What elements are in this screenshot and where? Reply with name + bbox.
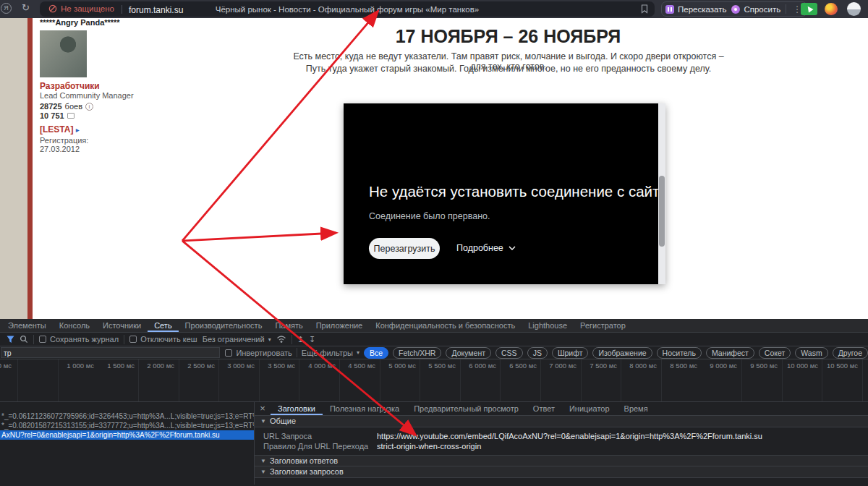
refresh-icon[interactable]: ↻ <box>22 2 30 13</box>
triangle-down-icon: ▼ <box>260 416 266 427</box>
details-tab-initiator[interactable]: Инициатор <box>562 402 617 415</box>
devtools-tab-application[interactable]: Приложение <box>310 319 370 332</box>
registration-date: 27.03.2012 <box>40 145 80 153</box>
embed-scrollbar[interactable] <box>658 103 665 284</box>
filter-pill-all[interactable]: Все <box>364 347 388 359</box>
filter-input[interactable] <box>1 347 220 358</box>
request-row[interactable]: *_=0.06121236072795966;id=3264453;u=http… <box>0 412 254 421</box>
author-role: Lead Community Manager <box>40 91 134 100</box>
embed-scrollbar-thumb[interactable] <box>659 176 665 247</box>
filter-pill-socket[interactable]: Сокет <box>759 347 791 359</box>
network-toolbar: Сохранять журнал Отключить кеш Без огран… <box>0 333 868 346</box>
devtools-tab-privacy[interactable]: Конфиденциальность и безопасность <box>369 319 522 332</box>
general-section-header[interactable]: ▼ Общие <box>255 416 868 427</box>
toolbar-separator <box>124 335 124 344</box>
details-tab-timing[interactable]: Время <box>617 402 655 415</box>
throttling-select[interactable]: Без ограничений ▾ <box>203 335 271 344</box>
request-list: *_=0.06121236072795966;id=3264453;u=http… <box>0 402 255 485</box>
browser-profile-avatar[interactable] <box>847 2 861 16</box>
details-tab-preview[interactable]: Предварительный просмотр <box>407 402 526 415</box>
preserve-log-label: Сохранять журнал <box>50 335 119 344</box>
details-button[interactable]: Подробнее <box>456 243 516 253</box>
invert-label: Инвертировать <box>236 349 292 357</box>
preserve-log-control[interactable]: Сохранять журнал <box>39 335 119 344</box>
devtools-tab-performance[interactable]: Производительность <box>179 319 269 332</box>
ask-button[interactable]: Спросить <box>731 5 780 14</box>
toolbar-separator <box>33 335 34 344</box>
filter-pill-js[interactable]: JS <box>527 347 548 359</box>
devtools-tabbar: Элементы Консоль Источники Сеть Производ… <box>0 319 868 333</box>
info-icon[interactable] <box>85 103 93 111</box>
battles-stat: 28725 боев <box>40 102 93 111</box>
import-har-icon[interactable]: ↥ <box>297 335 304 344</box>
filter-pill-wasm[interactable]: Wasm <box>795 347 827 359</box>
devtools-tab-console[interactable]: Консоль <box>53 319 96 332</box>
youtube-embed-frame: Не удаётся установить соединение с сайто… <box>344 103 665 284</box>
request-details-tabbar: × Заголовки Полезная нагрузка Предварите… <box>255 402 868 416</box>
network-conditions-icon[interactable] <box>276 335 286 344</box>
devtools-tab-recorder[interactable]: Регистратор <box>574 319 632 332</box>
screencast-icon[interactable] <box>801 3 817 15</box>
triangle-down-icon: ▼ <box>260 466 266 477</box>
bookmark-icon[interactable] <box>641 4 648 14</box>
invert-checkbox[interactable] <box>225 349 232 357</box>
details-tab-headers[interactable]: Заголовки <box>271 402 323 415</box>
disable-cache-control[interactable]: Отключить кеш <box>129 335 197 344</box>
request-url-row: URL Запроса https://www.youtube.com/embe… <box>255 431 868 441</box>
invert-filter-control[interactable]: Инвертировать <box>225 349 292 357</box>
page-background-strip <box>0 18 27 319</box>
timeline-tick: 9 000 мс <box>694 362 737 370</box>
filter-pill-image[interactable]: Изображение <box>592 347 652 359</box>
filter-funnel-icon[interactable] <box>7 336 14 344</box>
address-bar[interactable]: Не защищено forum.tanki.su Чёрный рынок … <box>40 1 655 17</box>
disable-cache-label: Отключить кеш <box>140 335 197 344</box>
filter-pill-media[interactable]: Носитель <box>657 347 702 359</box>
close-icon[interactable]: × <box>255 402 271 415</box>
forum-page: *****Angry Panda***** Разработчики Lead … <box>0 18 868 319</box>
toolbar-separator <box>292 335 292 344</box>
devtools-tab-lighthouse[interactable]: Lighthouse <box>522 319 574 332</box>
rewards-icon[interactable] <box>825 3 838 15</box>
filter-pill-font[interactable]: Шрифт <box>552 347 589 359</box>
post-author-username[interactable]: *****Angry Panda***** <box>40 18 120 27</box>
timeline-tick: 7 000 мс <box>533 362 576 370</box>
post-author-avatar[interactable] <box>40 30 87 77</box>
filter-pill-fetch-xhr[interactable]: Fetch/XHR <box>393 347 441 359</box>
timeline-tick: 5 500 мс <box>412 362 456 370</box>
request-row[interactable]: *_=0.08201587215313155;id=3377772;u=http… <box>0 421 254 430</box>
request-url-label: URL Запроса <box>255 431 377 441</box>
filter-pill-manifest[interactable]: Манифест <box>706 347 754 359</box>
request-headers-label: Заголовки запросов <box>270 466 344 477</box>
browser-menu-icon[interactable]: Я <box>1 3 12 14</box>
details-tab-response[interactable]: Ответ <box>526 402 562 415</box>
request-url-value: https://www.youtube.com/embed/LQifAcoAxN… <box>377 431 762 441</box>
search-icon[interactable] <box>20 335 28 344</box>
browser-toolbar: Я ↻ Не защищено forum.tanki.su Чёрный ры… <box>0 0 868 18</box>
network-bottom-split: *_=0.06121236072795966;id=3264453;u=http… <box>0 402 868 485</box>
timeline-tick: 9 500 мс <box>734 362 778 370</box>
retell-button[interactable]: Пересказать <box>665 5 726 14</box>
response-headers-section[interactable]: ▼ Заголовки ответов <box>255 455 868 466</box>
disable-cache-checkbox[interactable] <box>129 336 137 343</box>
filter-pill-other[interactable]: Другое <box>833 347 868 359</box>
devtools-tab-sources[interactable]: Источники <box>96 319 148 332</box>
devtools-tab-network[interactable]: Сеть <box>148 319 178 332</box>
details-tab-payload[interactable]: Полезная нагрузка <box>323 402 407 415</box>
details-label: Подробнее <box>456 243 503 253</box>
filter-pill-css[interactable]: CSS <box>495 347 523 359</box>
request-headers-section[interactable]: ▼ Заголовки запросов <box>255 466 868 478</box>
event-text-line2: Путь туда укажет старый знакомый. Годы и… <box>284 64 733 74</box>
request-row-selected[interactable]: AxNU?rel=0&enablejsapi=1&origin=http%3A%… <box>0 430 254 440</box>
retell-icon <box>665 5 674 14</box>
more-filters-button[interactable]: Ещё фильтры ▾ <box>302 349 359 357</box>
clan-tag[interactable]: [LESTA] <box>40 124 73 135</box>
devtools-tab-memory[interactable]: Память <box>268 319 309 332</box>
devtools-tab-elements[interactable]: Элементы <box>1 319 53 332</box>
reload-button[interactable]: Перезагрузить <box>369 238 440 259</box>
timeline-tick: 4 000 мс <box>292 362 336 370</box>
preserve-log-checkbox[interactable] <box>39 336 46 343</box>
export-har-icon[interactable]: ↧ <box>309 335 315 344</box>
filter-pill-document[interactable]: Документ <box>446 347 491 359</box>
network-overview-timeline[interactable]: 0 мс 1 000 мс 1 500 мс 2 000 мс 2 500 мс… <box>0 359 868 402</box>
battles-count: 28725 <box>40 102 62 111</box>
